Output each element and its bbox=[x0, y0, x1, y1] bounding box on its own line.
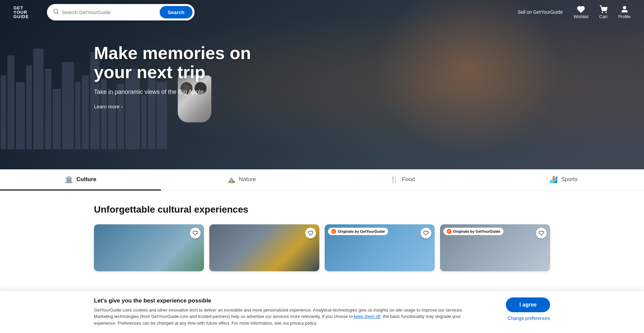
originals-badge-4: G Originals by GetYourGuide bbox=[443, 228, 503, 235]
category-tabs: 🏛️ Culture ⛰️ Nature 🍴 Food 🏄 Sports bbox=[0, 169, 644, 191]
chevron-right-icon: › bbox=[121, 104, 123, 109]
heart-outline-icon-2 bbox=[308, 230, 313, 236]
svg-point-4 bbox=[623, 6, 626, 9]
experience-card-3[interactable]: G Originals by GetYourGuide bbox=[325, 224, 435, 271]
wishlist-label: Wishlist bbox=[574, 14, 589, 19]
search-button[interactable]: Search bbox=[160, 6, 193, 18]
hero-couple-image bbox=[359, 0, 577, 169]
header-right: Sell on GetYourGuide Wishlist Cart Profi… bbox=[518, 5, 631, 19]
experience-card-2[interactable] bbox=[209, 224, 319, 271]
tab-culture-label: Culture bbox=[76, 176, 97, 183]
svg-point-2 bbox=[602, 12, 603, 13]
experience-cards: G Originals by GetYourGuide G Originals … bbox=[94, 224, 550, 271]
cart-nav[interactable]: Cart bbox=[599, 5, 608, 19]
originals-dot-icon-4: G bbox=[447, 229, 451, 234]
tab-culture[interactable]: 🏛️ Culture bbox=[0, 169, 161, 190]
wishlist-button-3[interactable] bbox=[421, 228, 431, 238]
section-title: Unforgettable cultural experiences bbox=[94, 204, 550, 215]
heart-icon bbox=[577, 5, 585, 13]
agree-button[interactable]: I agree bbox=[506, 297, 550, 312]
logo-line2: YOUR bbox=[13, 10, 34, 14]
keep-them-off-link[interactable]: keep them off, bbox=[354, 314, 381, 319]
hero-section: Make memories on your next trip Take in … bbox=[0, 0, 644, 169]
search-bar: Search bbox=[47, 4, 195, 20]
wishlist-button-4[interactable] bbox=[536, 228, 547, 238]
experience-card-4[interactable]: G Originals by GetYourGuide bbox=[440, 224, 550, 271]
sports-icon: 🏄 bbox=[549, 175, 558, 183]
search-icon bbox=[53, 8, 59, 16]
sell-link[interactable]: Sell on GetYourGuide bbox=[518, 9, 563, 15]
change-preferences-link[interactable]: Change preferences bbox=[507, 316, 550, 321]
cart-icon bbox=[599, 5, 607, 13]
svg-line-1 bbox=[57, 12, 58, 13]
culture-icon: 🏛️ bbox=[65, 175, 73, 183]
originals-badge-label-4: Originals by GetYourGuide bbox=[453, 229, 500, 233]
cookie-title: Let's give you the best experience possi… bbox=[94, 297, 476, 304]
learn-more-label: Learn more bbox=[94, 104, 120, 109]
tab-food-label: Food bbox=[402, 176, 415, 183]
originals-dot-icon: G bbox=[331, 229, 336, 234]
search-input[interactable] bbox=[62, 9, 160, 15]
hero-subtitle: Take in panoramic views of the Big Apple bbox=[94, 89, 255, 96]
learn-more-link[interactable]: Learn more › bbox=[94, 104, 123, 109]
wishlist-nav[interactable]: Wishlist bbox=[574, 5, 589, 19]
cart-label: Cart bbox=[599, 14, 608, 19]
cookie-banner: Let's give you the best experience possi… bbox=[0, 290, 644, 333]
tab-food[interactable]: 🍴 Food bbox=[322, 169, 483, 190]
hero-content: Make memories on your next trip Take in … bbox=[94, 44, 255, 110]
cookie-actions: I agree Change preferences bbox=[490, 297, 550, 321]
wishlist-button-2[interactable] bbox=[305, 228, 316, 238]
heart-outline-icon-4 bbox=[539, 230, 544, 236]
profile-nav[interactable]: Profile bbox=[618, 5, 631, 19]
wishlist-button-1[interactable] bbox=[190, 228, 201, 238]
cookie-text: Let's give you the best experience possi… bbox=[94, 297, 476, 327]
logo[interactable]: GET YOUR GUIDE bbox=[13, 6, 34, 19]
svg-point-3 bbox=[606, 12, 606, 13]
tab-nature-label: Nature bbox=[239, 176, 256, 183]
originals-badge-label-3: Originals by GetYourGuide bbox=[338, 229, 385, 233]
tab-nature[interactable]: ⛰️ Nature bbox=[161, 169, 322, 190]
header: GET YOUR GUIDE Search Sell on GetYourGui… bbox=[0, 0, 644, 24]
person-icon bbox=[621, 5, 629, 13]
logo-line3: GUIDE bbox=[13, 14, 34, 19]
food-icon: 🍴 bbox=[390, 175, 398, 183]
main-content: Unforgettable cultural experiences G Ori… bbox=[0, 191, 644, 285]
heart-outline-icon bbox=[193, 230, 198, 236]
nature-icon: ⛰️ bbox=[227, 175, 235, 183]
logo-line1: GET bbox=[13, 6, 34, 10]
heart-outline-icon-3 bbox=[423, 230, 429, 236]
tab-sports-label: Sports bbox=[561, 176, 578, 183]
tab-sports[interactable]: 🏄 Sports bbox=[483, 169, 644, 190]
experience-card-1[interactable] bbox=[94, 224, 204, 271]
profile-label: Profile bbox=[618, 14, 631, 19]
originals-badge-3: G Originals by GetYourGuide bbox=[328, 228, 388, 235]
cookie-body: GetYourGuide uses cookies and other inno… bbox=[94, 307, 476, 327]
hero-title: Make memories on your next trip bbox=[94, 44, 255, 82]
